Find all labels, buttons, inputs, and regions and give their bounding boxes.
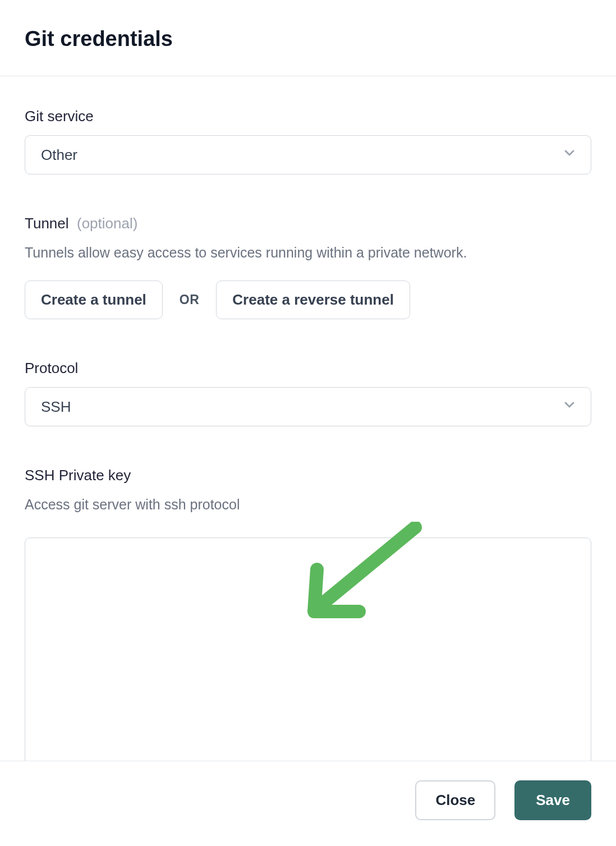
dialog-header: Git credentials bbox=[0, 0, 616, 76]
tunnel-optional-text: (optional) bbox=[77, 215, 137, 232]
tunnel-button-row: Create a tunnel OR Create a reverse tunn… bbox=[25, 281, 591, 319]
protocol-select[interactable]: SSH bbox=[25, 387, 591, 426]
create-tunnel-button[interactable]: Create a tunnel bbox=[25, 281, 163, 319]
chevron-down-icon bbox=[562, 145, 577, 165]
ssh-key-field: SSH Private key Access git server with s… bbox=[25, 467, 591, 775]
create-reverse-tunnel-button[interactable]: Create a reverse tunnel bbox=[216, 281, 410, 319]
tunnel-label: Tunnel (optional) bbox=[25, 215, 591, 232]
protocol-label: Protocol bbox=[25, 360, 591, 377]
protocol-field: Protocol SSH bbox=[25, 360, 591, 426]
page-title: Git credentials bbox=[25, 27, 591, 51]
ssh-key-description: Access git server with ssh protocol bbox=[25, 494, 591, 514]
save-button[interactable]: Save bbox=[514, 780, 591, 820]
git-service-select[interactable]: Other bbox=[25, 135, 591, 174]
ssh-key-label: SSH Private key bbox=[25, 467, 591, 484]
dialog-body: Git service Other Tunnel (optional) Tunn… bbox=[0, 76, 616, 775]
or-separator: OR bbox=[180, 292, 200, 307]
chevron-down-icon bbox=[562, 397, 577, 417]
git-service-selected-value: Other bbox=[41, 146, 77, 164]
git-service-label: Git service bbox=[25, 108, 591, 125]
tunnel-field: Tunnel (optional) Tunnels allow easy acc… bbox=[25, 215, 591, 319]
close-button[interactable]: Close bbox=[415, 780, 495, 820]
dialog-footer: Close Save bbox=[0, 761, 616, 846]
ssh-private-key-textarea[interactable] bbox=[25, 537, 591, 773]
tunnel-label-text: Tunnel bbox=[25, 215, 69, 232]
git-service-field: Git service Other bbox=[25, 108, 591, 174]
protocol-selected-value: SSH bbox=[41, 398, 71, 416]
tunnel-description: Tunnels allow easy access to services ru… bbox=[25, 242, 591, 263]
